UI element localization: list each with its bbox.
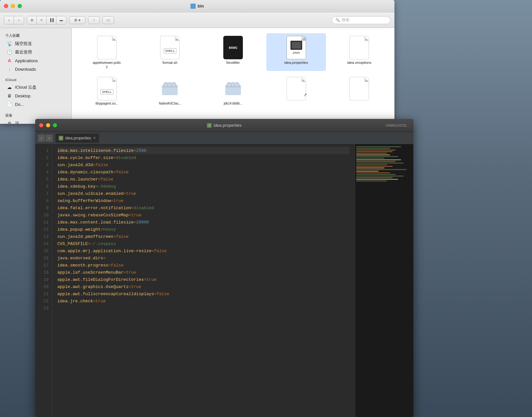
editor-title-icon: J — [207, 123, 212, 128]
code-key-5: idea.no.launcher — [57, 177, 98, 182]
code-eq-19: = — [144, 277, 146, 282]
code-eq-9: = — [131, 206, 134, 210]
file-label-appletviewer: appletviewer.policy — [92, 61, 122, 68]
java-label: JAVA — [292, 51, 300, 54]
code-line-12: idea.popup.weight=heavy — [57, 226, 349, 233]
finder-forward-button[interactable]: › — [14, 16, 24, 24]
file-icon-idea-vmoptions — [347, 36, 371, 59]
sidebar-item-recent[interactable]: 🕐 最近使用 — [1, 48, 70, 56]
finder-toolbar: ‹ › ⊞ ≡ ▐▐ ▬ ⚙ ▾ ↑ ⬭ 🔍 搜索 — [0, 12, 394, 28]
finder-close-button[interactable] — [4, 4, 8, 8]
finder-column-view-button[interactable]: ▐▐ — [47, 16, 56, 24]
code-val-5: false — [101, 177, 113, 182]
code-key-8: swing.bufferPerWindow — [57, 198, 111, 203]
code-line-1: idea.max.intellisense.filesize=2500 — [57, 147, 349, 154]
file-item-idea-vmoptions[interactable]: idea.vmoptions — [329, 33, 389, 71]
code-eq-12: = — [101, 227, 103, 232]
finder-search[interactable]: 🔍 搜索 — [332, 16, 391, 24]
finder-minimize-button[interactable] — [11, 4, 15, 8]
sidebar-devices-header: 设备 — [0, 112, 71, 119]
finder-back-button[interactable]: ‹ — [4, 16, 14, 24]
code-val-20: true — [131, 284, 141, 289]
editor-minimize-button[interactable] — [46, 123, 50, 127]
editor-tab-icon: J — [59, 136, 63, 140]
line-num-5: 5 — [35, 176, 52, 183]
editor-nav-back[interactable]: ‹ — [38, 135, 45, 142]
sidebar-item-docs[interactable]: 📄 Do... — [1, 100, 70, 108]
code-key-20: apple.awt.graphics.UseQuartz — [57, 284, 128, 289]
code-val-21: false — [156, 292, 169, 296]
editor-nav-buttons: ‹ › — [38, 135, 53, 142]
finder-list-view-button[interactable]: ≡ — [37, 16, 47, 24]
editor-title-text: idea.properties — [214, 123, 242, 128]
finder-action-button[interactable]: ⚙ ▾ — [69, 16, 85, 24]
sidebar-item-icloud[interactable]: ☁ iCloud 云盘 — [1, 83, 70, 92]
code-val-6: -Xdebug — [98, 184, 116, 189]
code-eq-2: = — [113, 155, 116, 160]
file-label-idea-vmoptions: idea.vmoptions — [347, 61, 371, 65]
editor-nav-forward[interactable]: › — [46, 135, 53, 142]
file-item-jdk[interactable]: jdk14.libilib... — [203, 74, 263, 108]
sidebar-item-label: Desktop — [15, 93, 31, 98]
file-label-formatsh: format.sh — [162, 61, 177, 65]
applications-icon: A — [7, 58, 12, 64]
file-icon-misc1: ↗ — [285, 77, 308, 100]
code-val-10: true — [131, 213, 141, 218]
code-area[interactable]: idea.max.intellisense.filesize=2500 idea… — [52, 144, 355, 417]
code-key-17: idea.smooth.progress — [57, 263, 108, 268]
code-eq-11: = — [134, 220, 136, 225]
editor-close-button[interactable] — [39, 123, 43, 127]
code-val-12: heavy — [103, 227, 116, 232]
editor-maximize-button[interactable] — [53, 123, 57, 127]
sidebar-item-desktop[interactable]: 🖥 Desktop — [1, 92, 70, 100]
code-val-2: disabled — [116, 155, 136, 160]
recent-icon: 🕐 — [7, 49, 12, 55]
file-item-formatsh[interactable]: SHELL format.sh — [140, 33, 200, 71]
finder-icon-view-button[interactable]: ⊞ — [27, 16, 37, 24]
file-item-misc1[interactable]: ↗ — [266, 74, 326, 108]
finder-titlebar: bin — [0, 0, 394, 12]
icloud-icon: ☁ — [7, 84, 12, 90]
file-item-idea-properties[interactable]: JAVA idea.properties — [266, 33, 326, 71]
code-eq-15: = — [152, 249, 154, 253]
editor-tab-close[interactable]: ✕ — [93, 136, 96, 140]
finder-title-text: bin — [198, 4, 204, 8]
search-icon: 🔍 — [335, 18, 340, 22]
finder-window: bin ‹ › ⊞ ≡ ▐▐ ▬ ⚙ ▾ ↑ ⬭ 🔍 搜索 个人收藏 📡 隔 — [0, 0, 394, 124]
sidebar-personal-header: 个人收藏 — [0, 32, 71, 39]
finder-cover-flow-button[interactable]: ▬ — [56, 16, 66, 24]
sidebar-item-applications[interactable]: A Applications — [1, 56, 70, 65]
code-line-4: idea.dynamic.classpath=false — [57, 168, 349, 176]
file-icon-idea-properties: JAVA — [285, 36, 308, 59]
file-item-libyjpagent[interactable]: SHELL libyjpagent.so... — [77, 74, 137, 108]
code-eq-6: = — [96, 184, 98, 189]
code-val-19: true — [146, 277, 156, 282]
code-val-8: true — [113, 198, 124, 203]
svg-point-9 — [235, 82, 239, 87]
file-item-nativekit[interactable]: NativeKitClas... — [140, 74, 200, 108]
code-val-7: true — [126, 191, 136, 196]
editor-tab-idea-properties[interactable]: J idea.properties ✕ — [55, 134, 99, 143]
file-item-fsnotifier[interactable]: exec fsnotifier — [203, 33, 263, 71]
finder-tag-button[interactable]: ⬭ — [102, 16, 114, 24]
sidebar-item-label: Applications — [15, 58, 38, 63]
file-label-idea-properties: idea.properties — [284, 61, 308, 65]
code-key-7: sun.java2d.uiScale.enabled — [57, 191, 124, 196]
java-screen-inner — [292, 42, 301, 49]
file-item-misc2[interactable] — [329, 74, 389, 108]
finder-share-button[interactable]: ↑ — [88, 16, 100, 24]
docs-icon: 📄 — [7, 101, 12, 107]
code-key-13: sun.java2d.pmoffscreen — [57, 234, 113, 239]
finder-maximize-button[interactable] — [18, 4, 22, 8]
code-line-14: CVS_PASSFILE=~/.cvspass — [57, 240, 349, 247]
code-val-22: true — [96, 299, 106, 304]
sidebar-item-airdrop[interactable]: 📡 隔空投送 — [1, 39, 70, 48]
code-line-15: com.apple.mrj.application.live-resize=fa… — [57, 247, 349, 254]
code-line-7: sun.java2d.uiScale.enabled=true — [57, 190, 349, 197]
sidebar-item-downloads[interactable]: ↓ Downloads — [1, 65, 70, 73]
sidebar-item-label: 最近使用 — [15, 49, 32, 55]
line-num-20: 20 — [35, 283, 52, 290]
code-key-21: apple.awt.fullscreencapturealldisplays — [57, 292, 154, 296]
editor-tabs-bar: ‹ › J idea.properties ✕ — [35, 132, 413, 144]
file-item-appletviewer[interactable]: appletviewer.policy — [77, 33, 137, 71]
